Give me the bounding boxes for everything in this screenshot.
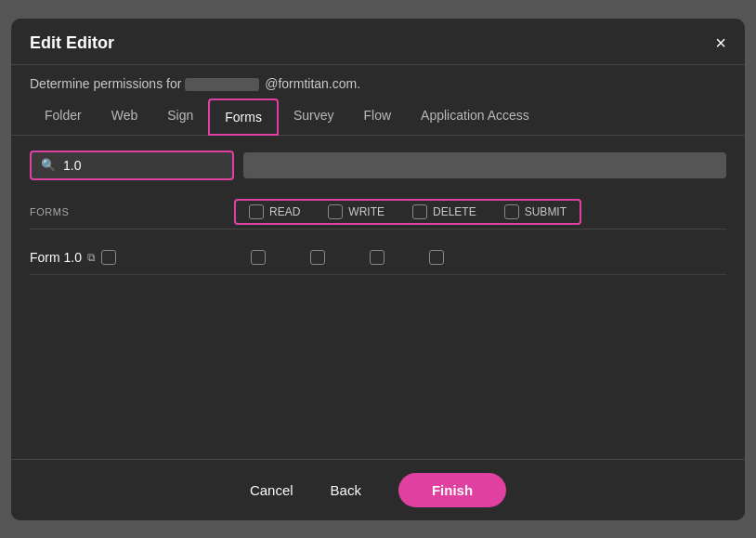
tab-flow[interactable]: Flow [349, 98, 407, 135]
modal-title: Edit Editor [30, 33, 114, 53]
read-label: READ [269, 205, 300, 218]
row-write-checkbox[interactable] [310, 250, 325, 265]
search-filter-bar [243, 152, 726, 178]
submit-label: SUBMIT [525, 205, 567, 218]
email-blur [185, 78, 259, 91]
modal-footer: Cancel Back Finish [11, 459, 745, 520]
back-button[interactable]: Back [331, 482, 361, 498]
row-name-checkbox[interactable] [101, 250, 116, 265]
permissions-prefix: Determine permissions for [30, 76, 181, 91]
modal-subheader: Determine permissions for @formtitan.com… [11, 65, 745, 98]
modal-body: 🔍 FORMS READ WRITE DELETE [11, 136, 745, 459]
tab-web[interactable]: Web [97, 98, 153, 135]
table-row: Form 1.0 ⧉ [30, 241, 726, 275]
finish-button[interactable]: Finish [398, 473, 506, 507]
permissions-header: READ WRITE DELETE SUBMIT [234, 199, 581, 225]
tab-application-access[interactable]: Application Access [406, 98, 544, 135]
forms-column-label: FORMS [30, 206, 234, 217]
tab-survey[interactable]: Survey [279, 98, 349, 135]
delete-header-checkbox[interactable] [412, 204, 427, 219]
delete-label: DELETE [433, 205, 476, 218]
table-header: FORMS READ WRITE DELETE SUBMIT [30, 191, 726, 230]
search-bar: 🔍 [30, 151, 234, 180]
perm-write-header: WRITE [328, 204, 385, 219]
search-input[interactable] [63, 158, 193, 173]
submit-header-checkbox[interactable] [504, 204, 519, 219]
perm-submit-header: SUBMIT [504, 204, 567, 219]
email-domain: @formtitan.com. [265, 76, 360, 91]
search-row: 🔍 [30, 151, 726, 180]
tab-folder[interactable]: Folder [30, 98, 97, 135]
tab-forms[interactable]: Forms [208, 98, 279, 136]
write-label: WRITE [348, 205, 385, 218]
row-submit-checkbox[interactable] [429, 250, 444, 265]
tab-sign[interactable]: Sign [152, 98, 208, 135]
row-checkboxes [234, 250, 444, 265]
perm-delete-header: DELETE [412, 204, 476, 219]
perm-read-header: READ [249, 204, 300, 219]
tabs-bar: Folder Web Sign Forms Survey Flow Applic… [11, 98, 745, 136]
external-link-icon[interactable]: ⧉ [87, 251, 96, 264]
close-button[interactable]: × [715, 33, 726, 52]
modal-header: Edit Editor × [11, 19, 745, 65]
form-name-text: Form 1.0 [30, 250, 82, 265]
search-icon: 🔍 [41, 158, 56, 172]
row-delete-checkbox[interactable] [370, 250, 385, 265]
read-header-checkbox[interactable] [249, 204, 264, 219]
cancel-button[interactable]: Cancel [250, 482, 293, 498]
edit-editor-modal: Edit Editor × Determine permissions for … [11, 19, 745, 520]
row-form-name: Form 1.0 ⧉ [30, 250, 234, 265]
write-header-checkbox[interactable] [328, 204, 343, 219]
row-read-checkbox[interactable] [251, 250, 266, 265]
